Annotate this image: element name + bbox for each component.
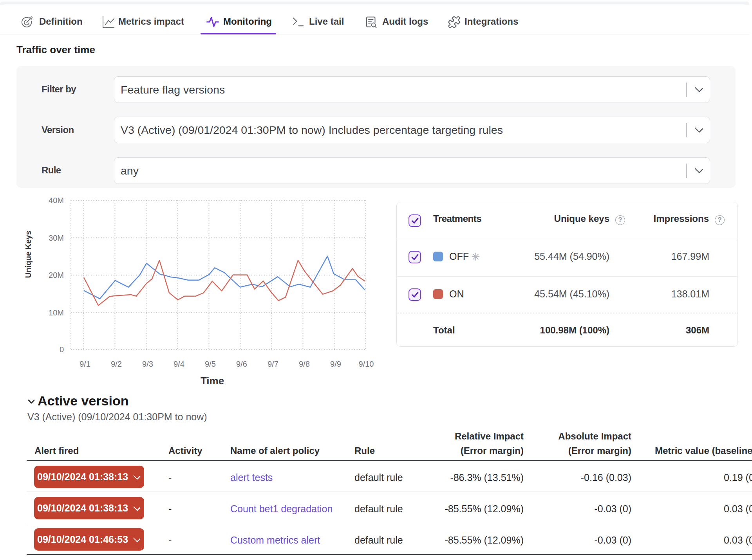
- svg-text:9/10: 9/10: [359, 360, 374, 368]
- svg-text:9/3: 9/3: [142, 360, 153, 368]
- svg-text:30M: 30M: [49, 234, 64, 242]
- svg-text:Unique Keys: Unique Keys: [24, 230, 33, 278]
- svg-text:20M: 20M: [49, 271, 64, 279]
- svg-text:40M: 40M: [49, 196, 64, 205]
- svg-text:9/8: 9/8: [299, 360, 310, 368]
- svg-text:9/5: 9/5: [205, 360, 216, 368]
- svg-text:Time: Time: [201, 375, 224, 387]
- svg-text:9/2: 9/2: [111, 360, 122, 368]
- svg-text:9/6: 9/6: [236, 360, 247, 368]
- svg-text:0: 0: [60, 345, 64, 354]
- svg-text:9/4: 9/4: [174, 360, 184, 368]
- svg-text:9/9: 9/9: [330, 360, 341, 368]
- svg-text:9/7: 9/7: [268, 360, 278, 368]
- svg-text:10M: 10M: [49, 308, 64, 317]
- svg-text:9/1: 9/1: [80, 360, 90, 368]
